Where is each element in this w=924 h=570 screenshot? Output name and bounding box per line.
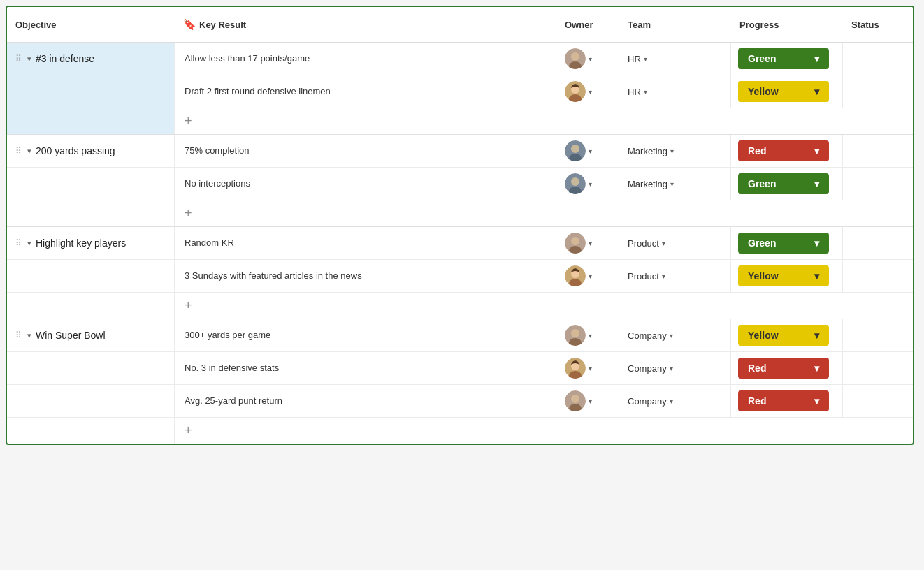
owner-cell[interactable]: ▾ [556, 168, 619, 200]
chevron-icon[interactable]: ▾ [27, 331, 31, 340]
owner-dropdown-arrow[interactable]: ▾ [589, 147, 592, 155]
svg-point-13 [571, 237, 579, 245]
objective-name-0[interactable]: ⠿ ▾ #3 in defense [7, 43, 175, 75]
owner-dropdown-arrow[interactable]: ▾ [589, 55, 592, 63]
table-row: Avg. 25-yard punt return ▾ Company ▾ Red… [7, 384, 913, 417]
progress-label: Red [748, 363, 766, 374]
objective-title: 200 yards passing [36, 145, 115, 156]
progress-cell: Red ▾ [731, 352, 843, 384]
team-dropdown-arrow[interactable]: ▾ [670, 180, 674, 188]
add-key-result-button[interactable]: + [175, 418, 556, 444]
owner-dropdown-arrow[interactable]: ▾ [589, 397, 592, 405]
progress-dropdown-arrow[interactable]: ▾ [814, 145, 819, 156]
owner-cell[interactable]: ▾ [556, 319, 619, 351]
progress-dropdown-arrow[interactable]: ▾ [814, 53, 819, 64]
add-row-team-empty [619, 293, 731, 319]
owner-cell[interactable]: ▾ [556, 227, 619, 259]
owner-dropdown-arrow[interactable]: ▾ [589, 240, 592, 247]
progress-badge[interactable]: Red ▾ [738, 358, 829, 379]
add-row-status-empty [843, 200, 913, 226]
owner-cell[interactable]: ▾ [556, 43, 619, 75]
chevron-icon[interactable]: ▾ [27, 54, 31, 64]
objective-group-1: ⠿ ▾ 200 yards passing 75% completion ▾ M… [7, 135, 913, 227]
team-cell[interactable]: Marketing ▾ [619, 168, 731, 200]
status-cell [843, 319, 913, 351]
key-result-text: 3 Sundays with featured articles in the … [175, 260, 556, 292]
team-dropdown-arrow[interactable]: ▾ [644, 88, 647, 96]
key-result-text: No. 3 in defensive stats [175, 352, 556, 384]
chevron-icon[interactable]: ▾ [27, 239, 31, 248]
progress-badge[interactable]: Yellow ▾ [738, 265, 829, 286]
team-cell[interactable]: Marketing ▾ [619, 135, 731, 167]
progress-dropdown-arrow[interactable]: ▾ [814, 270, 819, 282]
team-dropdown-arrow[interactable]: ▾ [662, 240, 665, 247]
status-cell [843, 352, 913, 384]
team-cell[interactable]: HR ▾ [619, 75, 731, 108]
key-result-header: 🔖 Key Result [175, 14, 556, 35]
chevron-icon[interactable]: ▾ [27, 147, 31, 156]
progress-badge[interactable]: Green ▾ [738, 48, 829, 69]
status-cell [843, 168, 913, 200]
add-row-progress-empty [731, 108, 843, 134]
svg-point-19 [571, 329, 579, 337]
team-cell[interactable]: Product ▾ [619, 227, 731, 259]
team-dropdown-arrow[interactable]: ▾ [670, 365, 673, 372]
progress-badge[interactable]: Red ▾ [738, 390, 829, 411]
svg-point-10 [571, 177, 579, 186]
team-dropdown-arrow[interactable]: ▾ [670, 147, 674, 155]
owner-dropdown-arrow[interactable]: ▾ [589, 365, 592, 372]
team-cell[interactable]: Product ▾ [619, 260, 731, 292]
add-key-result-button[interactable]: + [175, 200, 556, 226]
owner-dropdown-arrow[interactable]: ▾ [589, 332, 592, 339]
progress-dropdown-arrow[interactable]: ▾ [814, 178, 819, 189]
owner-cell[interactable]: ▾ [556, 260, 619, 292]
objective-name-2[interactable]: ⠿ ▾ Highlight key players [7, 227, 175, 259]
team-dropdown-arrow[interactable]: ▾ [644, 55, 647, 63]
avatar [565, 140, 586, 161]
team-cell[interactable]: Company ▾ [619, 385, 731, 417]
owner-dropdown-arrow[interactable]: ▾ [589, 180, 592, 188]
objective-header: Objective [7, 14, 175, 35]
svg-point-1 [571, 52, 579, 61]
objective-empty-2-1 [7, 260, 175, 292]
progress-badge[interactable]: Red ▾ [738, 140, 829, 161]
bookmark-icon: 🔖 [183, 18, 196, 31]
objective-group-3: ⠿ ▾ Win Super Bowl 300+ yards per game ▾… [7, 319, 913, 444]
objective-name-1[interactable]: ⠿ ▾ 200 yards passing [7, 135, 175, 167]
owner-cell[interactable]: ▾ [556, 135, 619, 167]
progress-badge[interactable]: Green ▾ [738, 233, 829, 254]
team-cell[interactable]: HR ▾ [619, 43, 731, 75]
team-dropdown-arrow[interactable]: ▾ [670, 397, 673, 405]
progress-label: Green [748, 53, 776, 64]
owner-cell[interactable]: ▾ [556, 75, 619, 108]
key-result-text: Random KR [175, 227, 556, 259]
progress-badge[interactable]: Green ▾ [738, 173, 829, 194]
progress-dropdown-arrow[interactable]: ▾ [814, 330, 819, 341]
add-key-result-button[interactable]: + [175, 108, 556, 134]
progress-label: Yellow [748, 86, 779, 97]
drag-icon: ⠿ [15, 146, 22, 156]
team-cell[interactable]: Company ▾ [619, 319, 731, 351]
status-cell [843, 227, 913, 259]
team-dropdown-arrow[interactable]: ▾ [670, 332, 673, 339]
add-row-owner-empty [556, 418, 619, 444]
progress-dropdown-arrow[interactable]: ▾ [814, 363, 819, 374]
progress-dropdown-arrow[interactable]: ▾ [814, 238, 819, 249]
status-cell [843, 135, 913, 167]
progress-badge[interactable]: Yellow ▾ [738, 81, 829, 102]
owner-dropdown-arrow[interactable]: ▾ [589, 88, 592, 96]
owner-cell[interactable]: ▾ [556, 352, 619, 384]
objective-name-3[interactable]: ⠿ ▾ Win Super Bowl [7, 319, 175, 351]
team-name: Marketing [628, 146, 667, 156]
owner-cell[interactable]: ▾ [556, 385, 619, 417]
progress-dropdown-arrow[interactable]: ▾ [814, 395, 819, 407]
table-row: ⠿ ▾ #3 in defense Allow less than 17 poi… [7, 43, 913, 75]
team-dropdown-arrow[interactable]: ▾ [662, 272, 665, 280]
add-key-result-button[interactable]: + [175, 293, 556, 319]
objective-title: #3 in defense [36, 53, 94, 64]
progress-label: Red [748, 145, 766, 156]
owner-dropdown-arrow[interactable]: ▾ [589, 272, 592, 280]
team-cell[interactable]: Company ▾ [619, 352, 731, 384]
progress-dropdown-arrow[interactable]: ▾ [814, 86, 819, 97]
progress-badge[interactable]: Yellow ▾ [738, 325, 829, 346]
